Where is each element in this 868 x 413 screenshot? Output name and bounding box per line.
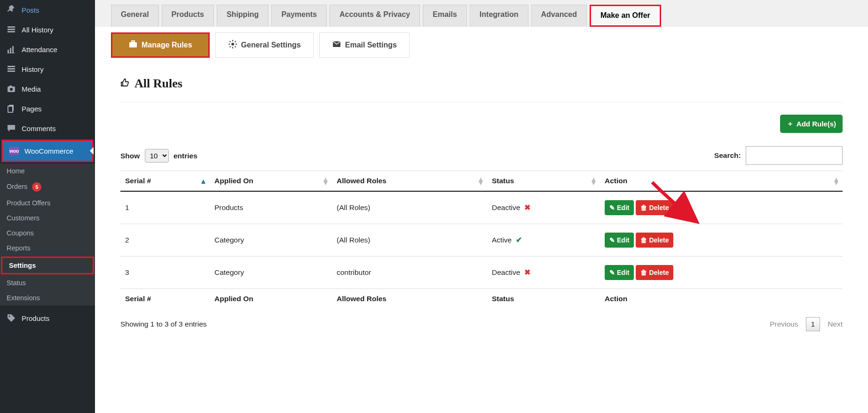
wc-submenu: Home Orders 5 Product Offers Customers C… xyxy=(0,164,95,305)
svg-rect-5 xyxy=(12,46,14,53)
check-icon: ✔ xyxy=(516,236,522,244)
sort-desc-icon: ▼ xyxy=(477,181,484,184)
cell-status: Deactive ✖ xyxy=(487,191,600,224)
sidebar-item-label: Attendance xyxy=(22,46,57,54)
pin-icon xyxy=(6,4,17,16)
sidebar-sub-settings[interactable]: Settings xyxy=(1,257,94,274)
svg-rect-4 xyxy=(10,48,11,53)
chart-icon xyxy=(6,44,17,55)
svg-rect-0 xyxy=(8,26,15,28)
delete-button[interactable]: 🗑 Delete xyxy=(636,200,673,215)
sidebar-item-comments[interactable]: Comments xyxy=(0,118,95,138)
footer-action: Action xyxy=(600,289,843,309)
table-row: 1Products(All Roles)Deactive ✖✎ Edit🗑 De… xyxy=(120,191,843,224)
sidebar-sub-reports[interactable]: Reports xyxy=(0,241,95,256)
orders-badge: 5 xyxy=(32,182,41,192)
sidebar-item-label: WooCommerce xyxy=(24,147,73,155)
col-serial[interactable]: Serial # ▲ xyxy=(120,171,210,192)
sidebar-item-label: Pages xyxy=(22,105,42,113)
svg-rect-13 xyxy=(8,106,13,112)
trash-icon: 🗑 xyxy=(640,236,647,244)
tab-accounts-privacy[interactable]: Accounts & Privacy xyxy=(330,5,420,27)
sidebar-sub-status[interactable]: Status xyxy=(0,275,95,290)
cell-action: ✎ Edit🗑 Delete xyxy=(600,224,843,257)
grid-icon xyxy=(6,24,17,35)
cell-serial: 3 xyxy=(120,257,210,289)
sidebar-item-media[interactable]: Media xyxy=(0,79,95,99)
tab-payments[interactable]: Payments xyxy=(271,5,327,27)
svg-point-14 xyxy=(9,316,10,317)
rules-panel: All Rules ＋ Add Rule(s) Show 10 entries … xyxy=(111,63,852,338)
svg-rect-7 xyxy=(8,68,15,70)
sidebar-item-woocommerce[interactable]: woo WooCommerce xyxy=(1,140,94,162)
woocommerce-icon: woo xyxy=(8,145,20,156)
cell-status: Active ✔ xyxy=(487,224,600,257)
tab-integration[interactable]: Integration xyxy=(470,5,529,27)
col-applied[interactable]: Applied On ▲▼ xyxy=(210,171,332,192)
tab-general[interactable]: General xyxy=(111,5,159,27)
svg-rect-3 xyxy=(8,50,9,53)
col-roles[interactable]: Allowed Roles ▲▼ xyxy=(332,171,487,192)
sidebar-sub-product-offers[interactable]: Product Offers xyxy=(0,195,95,210)
cell-roles: (All Roles) xyxy=(332,191,487,224)
entries-label: entries xyxy=(174,152,197,160)
comment-icon xyxy=(6,123,17,134)
cell-applied: Category xyxy=(210,257,332,289)
cell-action: ✎ Edit🗑 Delete xyxy=(600,191,843,224)
sidebar-item-pages[interactable]: Pages xyxy=(0,99,95,118)
tab-advanced[interactable]: Advanced xyxy=(531,5,587,27)
sidebar-sub-extensions[interactable]: Extensions xyxy=(0,290,95,305)
sidebar-sub-orders[interactable]: Orders 5 xyxy=(0,179,95,195)
panel-title: All Rules xyxy=(120,77,843,102)
gear-icon xyxy=(228,39,237,51)
edit-button[interactable]: ✎ Edit xyxy=(605,233,634,248)
delete-button[interactable]: 🗑 Delete xyxy=(636,233,673,248)
tab-shipping[interactable]: Shipping xyxy=(217,5,268,27)
subtab-email-settings[interactable]: Email Settings xyxy=(319,32,410,58)
table-row: 3CategorycontributorDeactive ✖✎ Edit🗑 De… xyxy=(120,257,843,289)
sidebar-item-label: Posts xyxy=(22,6,39,14)
cell-action: ✎ Edit🗑 Delete xyxy=(600,257,843,289)
page-previous[interactable]: Previous xyxy=(770,320,798,328)
edit-icon: ✎ xyxy=(609,269,615,276)
sidebar-item-label: All History xyxy=(22,26,54,34)
sidebar-sub-coupons[interactable]: Coupons xyxy=(0,226,95,241)
tag-icon xyxy=(6,312,17,324)
footer-applied: Applied On xyxy=(210,289,332,309)
page-next[interactable]: Next xyxy=(828,320,843,328)
edit-icon: ✎ xyxy=(609,236,615,244)
sidebar-item-label: History xyxy=(22,65,44,73)
footer-serial: Serial # xyxy=(120,289,210,309)
search-control: Search: xyxy=(714,146,843,165)
add-rules-button[interactable]: ＋ Add Rule(s) xyxy=(780,115,843,133)
sidebar-item-all-history[interactable]: All History xyxy=(0,20,95,39)
sidebar-item-history[interactable]: History xyxy=(0,59,95,79)
sidebar-item-label: Comments xyxy=(22,125,56,132)
stack-icon xyxy=(6,103,17,114)
trash-icon: 🗑 xyxy=(640,269,647,276)
svg-point-17 xyxy=(231,43,234,46)
close-icon: ✖ xyxy=(524,268,530,276)
col-status[interactable]: Status ▲▼ xyxy=(487,171,600,192)
cell-applied: Category xyxy=(210,224,332,257)
tab-make-an-offer[interactable]: Make an Offer xyxy=(590,5,661,27)
sidebar-sub-home[interactable]: Home xyxy=(0,164,95,179)
delete-button[interactable]: 🗑 Delete xyxy=(636,265,673,280)
sidebar-item-attendance[interactable]: Attendance xyxy=(0,39,95,59)
search-input[interactable] xyxy=(746,146,843,165)
show-label: Show xyxy=(120,152,140,160)
sidebar-item-products[interactable]: Products xyxy=(0,308,95,328)
edit-button[interactable]: ✎ Edit xyxy=(605,200,634,215)
subtab-manage-rules[interactable]: Manage Rules xyxy=(111,32,210,58)
main-content: General Products Shipping Payments Accou… xyxy=(95,0,868,413)
tab-products[interactable]: Products xyxy=(162,5,214,27)
sidebar-item-posts[interactable]: Posts xyxy=(0,0,95,20)
close-icon: ✖ xyxy=(524,203,530,211)
cell-serial: 1 xyxy=(120,191,210,224)
edit-button[interactable]: ✎ Edit xyxy=(605,265,634,280)
sidebar-sub-customers[interactable]: Customers xyxy=(0,210,95,226)
length-select[interactable]: 10 xyxy=(145,149,169,163)
page-number[interactable]: 1 xyxy=(806,317,821,331)
tab-emails[interactable]: Emails xyxy=(423,5,467,27)
subtab-general-settings[interactable]: General Settings xyxy=(215,32,314,58)
